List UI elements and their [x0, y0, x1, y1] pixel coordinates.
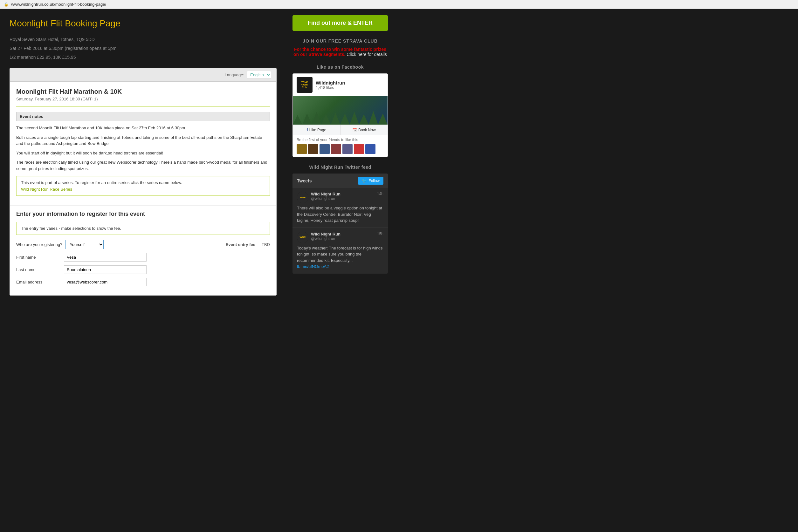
- tweet-1-avatar: WNR: [297, 192, 309, 203]
- event-header: Moonlight Flit Half Marathon & 10K Satur…: [10, 82, 276, 107]
- tweet-2-name: Wild Night Run: [311, 232, 374, 236]
- registration-title: Enter your information to register for t…: [16, 211, 270, 217]
- fb-logo: WILDNIGHTRUN: [297, 77, 313, 93]
- date-line: Sat 27 Feb 2016 at 6.30pm (registration …: [10, 44, 277, 53]
- main-content: Moonlight Flit Booking Page Royal Seven …: [0, 9, 286, 531]
- who-select[interactable]: YourselfSomeone else: [66, 240, 104, 249]
- fb-like-page-button[interactable]: f Like Page: [293, 125, 340, 135]
- fb-avatar: [331, 144, 341, 154]
- event-notes-header: Event notes: [16, 112, 270, 121]
- facebook-heading: Like us on Facebook: [293, 64, 388, 70]
- fee-notice: The entry fee varies - make selections t…: [16, 222, 270, 235]
- fb-book-label: Book Now: [358, 128, 376, 132]
- twitter-section: Wild Night Run Twitter feed Tweets 🐦 Fol…: [293, 165, 388, 273]
- tweet-2-avatar: WNR: [297, 232, 309, 243]
- lastname-input[interactable]: [64, 265, 147, 274]
- strava-click-text[interactable]: Click here for details: [347, 52, 387, 57]
- tweet-1-text: There will also be a veggie option on to…: [297, 205, 384, 224]
- lastname-row: Last name: [16, 265, 270, 274]
- facebook-section: Like us on Facebook WILDNIGHTRUN Wildnig…: [293, 64, 388, 157]
- event-form-title: Moonlight Flit Half Marathon & 10K: [16, 88, 270, 95]
- fb-avatar: [365, 144, 375, 154]
- note-4: The races are electronically timed using…: [16, 159, 270, 172]
- fb-page-name: Wildnightrun: [316, 80, 384, 86]
- series-text: This event is part of a series. To regis…: [21, 180, 182, 185]
- fb-likes: 1,418 likes: [316, 86, 384, 90]
- follow-button[interactable]: 🐦 Follow: [358, 177, 384, 185]
- fb-avatars: [297, 144, 384, 154]
- fb-cover-photo: [293, 96, 388, 125]
- language-select[interactable]: English: [247, 71, 271, 79]
- tweet-1-time: 14h: [377, 192, 384, 196]
- tweets-box: Tweets 🐦 Follow WNR Wild Night Run: [293, 173, 388, 273]
- fb-cover-trees: [293, 109, 388, 125]
- language-label: Language:: [225, 73, 244, 77]
- language-bar: Language: English: [10, 68, 276, 82]
- tweet-2-handle: @wildnightrun: [311, 236, 374, 241]
- tweet-2-link[interactable]: fb.me/ufNOmoA2: [297, 264, 329, 269]
- tweet-1-user: Wild Night Run @wildnightrun: [311, 192, 374, 201]
- tweet-2-text: Today's weather: The forecast is for hig…: [297, 245, 384, 270]
- fb-book-now-button[interactable]: 📅 Book Now: [340, 125, 388, 135]
- who-label: Who are you registering?: [16, 242, 62, 247]
- entry-fee-value: TBD: [262, 242, 270, 247]
- venue-line: Royal Seven Stars Hotel, Totnes, TQ9 5DD: [10, 35, 277, 44]
- email-row: Email address: [16, 278, 270, 286]
- registration-section: Enter your information to register for t…: [10, 205, 276, 295]
- strava-section: JOIN OUR FREE STRAVA CLUB For the chance…: [293, 38, 388, 57]
- tweet-1-header: WNR Wild Night Run @wildnightrun 14h: [297, 192, 384, 203]
- fb-avatar: [354, 144, 364, 154]
- series-link[interactable]: Wild Night Run Race Series: [21, 187, 265, 192]
- fb-like-label: Like Page: [309, 128, 326, 132]
- strava-promo: For the chance to win some fantastic pri…: [293, 47, 388, 57]
- follow-label: Follow: [369, 178, 379, 183]
- strava-heading: JOIN OUR FREE STRAVA CLUB: [293, 38, 388, 43]
- fb-avatar: [319, 144, 330, 154]
- tweet-1: WNR Wild Night Run @wildnightrun 14h The…: [293, 188, 388, 228]
- find-out-enter-button[interactable]: Find out more & ENTER: [293, 15, 388, 31]
- tweet-2-time: 15h: [377, 232, 384, 236]
- event-meta: Royal Seven Stars Hotel, Totnes, TQ9 5DD…: [10, 35, 277, 62]
- divider: [16, 107, 270, 107]
- url-bar: www.wildnightrun.co.uk/moonlight-flit-bo…: [11, 2, 106, 7]
- lock-icon: 🔒: [4, 2, 8, 7]
- entry-fee-label: Event entry fee: [226, 242, 255, 247]
- note-3: You will start off in daylight but it wi…: [16, 150, 270, 156]
- event-form-date: Saturday, February 27, 2016 18:30 (GMT+1…: [16, 97, 270, 101]
- firstname-label: First name: [16, 255, 61, 260]
- facebook-icon: f: [307, 128, 308, 132]
- email-input[interactable]: [64, 278, 147, 286]
- event-notes-body: The second Moonlit Flit Half Marathon an…: [16, 125, 270, 172]
- browser-chrome: 🔒 www.wildnightrun.co.uk/moonlight-flit-…: [0, 0, 798, 9]
- pricing-line: 1/2 marathon £22.95, 10K £15.95: [10, 53, 277, 62]
- tweets-label: Tweets: [297, 178, 312, 183]
- page-title: Moonlight Flit Booking Page: [10, 18, 277, 28]
- fb-info: Wildnightrun 1,418 likes: [316, 80, 384, 90]
- firstname-row: First name: [16, 253, 270, 262]
- lastname-label: Last name: [16, 267, 61, 272]
- fb-avatar: [308, 144, 318, 154]
- twitter-bird-icon: 🐦: [362, 178, 367, 183]
- tweet-1-handle: @wildnightrun: [311, 196, 374, 201]
- fb-avatar: [297, 144, 307, 154]
- email-label: Email address: [16, 280, 61, 284]
- fb-friends-text: Be the first of your friends to like thi…: [297, 138, 384, 142]
- tweet-1-name: Wild Night Run: [311, 192, 374, 196]
- series-box: This event is part of a series. To regis…: [16, 176, 270, 196]
- tweet-2: WNR Wild Night Run @wildnightrun 15h Tod…: [293, 228, 388, 273]
- fb-avatar: [342, 144, 353, 154]
- booking-form-container: Language: English Moonlight Flit Half Ma…: [10, 68, 277, 296]
- sidebar: Find out more & ENTER JOIN OUR FREE STRA…: [286, 9, 394, 531]
- event-notes-section: Event notes The second Moonlit Flit Half…: [10, 112, 276, 205]
- note-2: Both races are a single tough lap starti…: [16, 134, 270, 147]
- tweets-header: Tweets 🐦 Follow: [293, 173, 388, 188]
- calendar-icon: 📅: [352, 128, 357, 132]
- fb-friends: Be the first of your friends to like thi…: [293, 135, 388, 157]
- who-row: Who are you registering? YourselfSomeone…: [16, 240, 270, 249]
- tweet-2-user: Wild Night Run @wildnightrun: [311, 232, 374, 241]
- note-1: The second Moonlit Flit Half Marathon an…: [16, 125, 270, 131]
- firstname-input[interactable]: [64, 253, 147, 262]
- twitter-heading: Wild Night Run Twitter feed: [293, 165, 388, 170]
- tweet-2-header: WNR Wild Night Run @wildnightrun 15h: [297, 232, 384, 243]
- fb-actions: f Like Page 📅 Book Now: [293, 125, 388, 135]
